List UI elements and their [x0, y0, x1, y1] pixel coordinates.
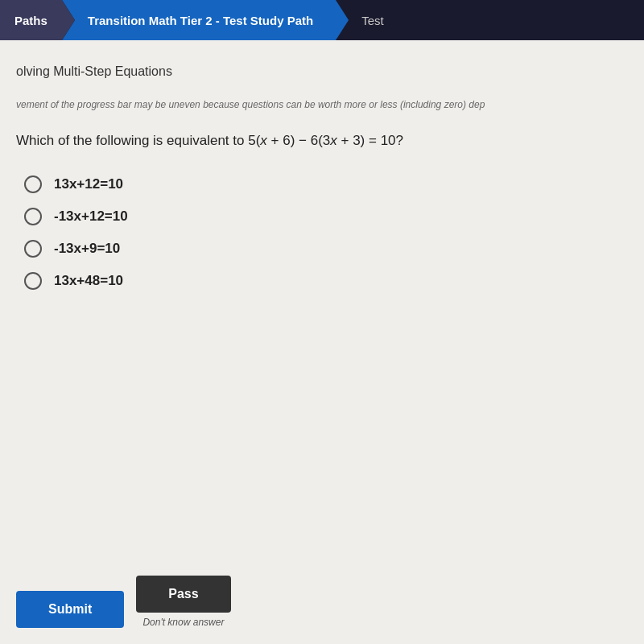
submit-button[interactable]: Submit: [16, 591, 124, 628]
radio-b[interactable]: [24, 208, 42, 225]
breadcrumb-paths[interactable]: Paths: [0, 0, 62, 40]
dont-know-text: Don't know answer: [142, 617, 224, 628]
section-title: olving Multi-Step Equations: [16, 64, 628, 79]
answer-option-c[interactable]: -13x+9=10: [24, 240, 628, 258]
answer-option-d[interactable]: 13x+48=10: [24, 272, 628, 290]
progress-note: vement of the progress bar may be uneven…: [16, 99, 628, 110]
test-label: Test: [361, 14, 384, 27]
study-path-label: Transition Math Tier 2 - Test Study Path: [88, 14, 313, 27]
answer-label-c: -13x+9=10: [54, 241, 120, 257]
bottom-section: Submit Pass Don't know answer: [0, 559, 644, 644]
radio-a[interactable]: [24, 175, 42, 193]
breadcrumb-study-path[interactable]: Transition Math Tier 2 - Test Study Path: [62, 0, 336, 40]
paths-label: Paths: [14, 14, 47, 27]
answer-choices: 13x+12=10 -13x+12=10 -13x+9=10 13x+48=10: [16, 175, 628, 290]
radio-d[interactable]: [24, 272, 42, 290]
breadcrumb-nav: Paths Transition Math Tier 2 - Test Stud…: [0, 0, 644, 40]
main-content: olving Multi-Step Equations vement of th…: [0, 40, 644, 338]
radio-c[interactable]: [24, 240, 42, 258]
answer-label-a: 13x+12=10: [54, 176, 123, 192]
question-text: Which of the following is equivalent to …: [16, 130, 628, 151]
answer-label-b: -13x+12=10: [54, 208, 128, 225]
pass-container: Pass Don't know answer: [136, 576, 230, 628]
pass-button[interactable]: Pass: [136, 576, 230, 613]
answer-option-b[interactable]: -13x+12=10: [24, 208, 628, 225]
answer-label-d: 13x+48=10: [54, 273, 123, 289]
buttons-row: Submit Pass Don't know answer: [16, 576, 231, 628]
answer-option-a[interactable]: 13x+12=10: [24, 175, 628, 193]
